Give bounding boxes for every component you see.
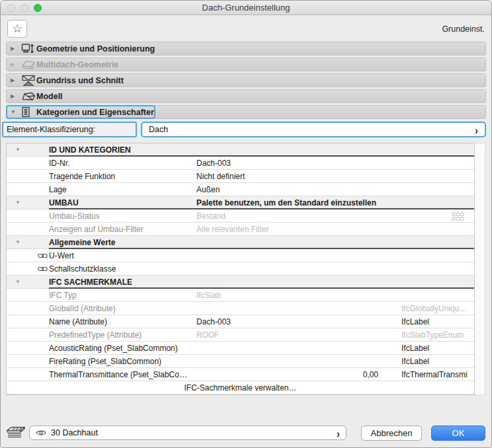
toolbar: ☆ Grundeinst.	[1, 15, 491, 42]
row-umbau-status[interactable]: Umbau-StatusBestand	[7, 209, 474, 223]
row-allgemeine-werte[interactable]: ▼Allgemeine Werte	[7, 236, 474, 249]
triangle-down-icon[interactable]: ▼	[11, 109, 17, 115]
zoom-button[interactable]	[34, 4, 42, 12]
ifc-type-label: IfcGloballyUniqu…	[401, 304, 467, 313]
manage-ifc-properties-button[interactable]: IFC-Sachmerkmale verwalten…	[184, 383, 296, 392]
row-name-attribute[interactable]: Name (Attribute)Dach-003IfcLabel	[7, 315, 474, 328]
row-umbau[interactable]: ▼UMBAUPalette benutzen, um den Standard …	[7, 196, 474, 209]
plan-section-icon	[21, 75, 36, 87]
property-value[interactable]: 0,00	[191, 370, 396, 379]
panel-header-geometrie-und-positionierung[interactable]: ▶Geometrie und Positionierung	[6, 42, 486, 56]
traffic-lights	[7, 4, 42, 12]
categories-icon	[21, 106, 36, 118]
panel-header-multidach-geometrie[interactable]: ▶Multidach-Geometrie	[6, 57, 486, 71]
triangle-right-icon[interactable]: ▶	[11, 93, 17, 99]
layer-dropdown[interactable]: 30 Dachhaut ›	[29, 426, 347, 440]
row-tragende-funktion[interactable]: Tragende FunktionNicht definiert	[7, 170, 474, 183]
property-label: Name (Attribute)	[49, 317, 191, 326]
property-value[interactable]: IfcSlab	[191, 291, 396, 300]
defaults-label: Grundeinst.	[442, 24, 485, 34]
property-label: Anzeigen auf Umbau-Filter	[49, 225, 191, 234]
element-classification-value-button[interactable]: Dach ›	[141, 122, 486, 137]
ifc-type-label: IfcLabel	[401, 317, 429, 326]
ifc-type-cell: IfcLabel	[396, 344, 474, 353]
element-classification-value: Dach	[149, 125, 168, 134]
property-value[interactable]: Dach-003	[191, 317, 396, 326]
property-label: FireRating (Pset_SlabCommon)	[49, 357, 191, 366]
row-u-wert[interactable]: U-Wert	[7, 249, 474, 262]
element-classification-label: Element-Klassifizierung:	[7, 125, 95, 134]
geometry-positioning-icon	[21, 43, 36, 55]
row-firerating-pset-slabcommon[interactable]: FireRating (Pset_SlabCommon)IfcLabel	[7, 355, 474, 368]
panel-header-kategorien-und-eigenschaften[interactable]: ▼Kategorien und Eigenschaften	[6, 105, 486, 119]
ifc-type-cell: IfcGloballyUniqu…	[396, 304, 474, 313]
eye-icon	[36, 429, 46, 436]
properties-table-wrap: ▼ID UND KATEGORIENID-Nr.Dach-003Tragende…	[6, 143, 491, 395]
property-label: U-Wert	[49, 251, 191, 260]
scrollbar-track[interactable]	[475, 143, 485, 395]
ifc-type-cell: IfcSlabTypeEnum	[396, 330, 474, 340]
panel-label: Grundriss und Schnitt	[36, 76, 124, 85]
property-label: ID-Nr.	[49, 159, 191, 168]
triangle-down-icon[interactable]: ▼	[7, 147, 33, 153]
property-value[interactable]: Dach-003	[191, 159, 396, 168]
property-value[interactable]: Außen	[191, 185, 396, 194]
property-label: GlobalId (Attribute)	[49, 304, 191, 313]
properties-table: ▼ID UND KATEGORIENID-Nr.Dach-003Tragende…	[6, 143, 475, 395]
model-icon	[21, 92, 36, 101]
favorites-button[interactable]: ☆	[7, 20, 27, 38]
row-ifc-typ[interactable]: IFC TypIfcSlab	[7, 289, 474, 302]
title-bar: Dach-Grundeinstellung	[1, 1, 491, 15]
panel-label: Multidach-Geometrie	[36, 60, 118, 69]
property-label: Lage	[49, 185, 191, 194]
ifc-type-cell: IfcLabel	[396, 317, 474, 326]
triangle-right-icon[interactable]: ▶	[11, 61, 17, 67]
multiroof-icon	[21, 59, 36, 70]
triangle-down-icon[interactable]: ▼	[7, 279, 33, 285]
minimize-button[interactable]	[20, 4, 28, 12]
row-predefinedtype-attribute[interactable]: PredefinedType (Attribute)ROOFIfcSlabTyp…	[7, 328, 474, 342]
ifc-type-label: IfcThermalTransmi	[401, 370, 468, 379]
property-label: AcousticRating (Pset_SlabCommon)	[49, 344, 191, 353]
row-anzeigen-auf-umbau-filter[interactable]: Anzeigen auf Umbau-FilterAlle relevanten…	[7, 223, 474, 236]
triangle-right-icon[interactable]: ▶	[11, 77, 17, 83]
row-acousticrating-pset-slabcommon[interactable]: AcousticRating (Pset_SlabCommon)IfcLabel	[7, 342, 474, 355]
property-value[interactable]: Alle relevanten Filter	[191, 225, 396, 234]
property-value[interactable]: Bestand	[191, 211, 396, 221]
roof-default-settings-dialog: Dach-Grundeinstellung ☆ Grundeinst. ▶Geo…	[0, 0, 492, 448]
ok-button[interactable]: OK	[431, 426, 485, 441]
row-globalid-attribute[interactable]: GlobalId (Attribute)IfcGloballyUniqu…	[7, 302, 474, 315]
row-id-und-kategorien[interactable]: ▼ID UND KATEGORIEN	[7, 143, 474, 157]
row-ifc-sachmerkmale-verwalten[interactable]: IFC-Sachmerkmale verwalten…	[7, 381, 474, 394]
close-button[interactable]	[7, 4, 15, 12]
panel-header-modell[interactable]: ▶Modell	[6, 89, 486, 103]
layer-value: 30 Dachhaut	[51, 428, 98, 437]
property-label: IFC SACHMERKMALE	[49, 278, 191, 287]
property-label: IFC Typ	[49, 291, 191, 300]
chevron-right-icon: ›	[475, 124, 478, 135]
panel-label: Modell	[36, 92, 63, 101]
row-id-nr[interactable]: ID-Nr.Dach-003	[7, 157, 474, 170]
settings-panels: ▶Geometrie und Positionierung▶Multidach-…	[1, 42, 491, 119]
triangle-down-icon[interactable]: ▼	[7, 200, 33, 205]
panel-header-grundriss-und-schnitt[interactable]: ▶Grundriss und Schnitt	[6, 73, 486, 87]
triangle-down-icon[interactable]: ▼	[7, 239, 33, 245]
row-ifc-sachmerkmale[interactable]: ▼IFC SACHMERKMALE	[7, 276, 474, 289]
triangle-right-icon[interactable]: ▶	[11, 46, 17, 52]
element-classification-label-box: Element-Klassifizierung:	[2, 122, 137, 137]
chevron-right-icon: ›	[337, 427, 340, 438]
layers-icon	[7, 426, 25, 439]
ifc-type-cell	[396, 211, 474, 221]
property-value[interactable]: ROOF	[191, 330, 396, 340]
ifc-type-cell: IfcThermalTransmi	[396, 370, 474, 379]
property-label: Schallschutzklasse	[49, 264, 191, 274]
row-lage[interactable]: LageAußen	[7, 183, 474, 196]
ifc-type-label: IfcLabel	[401, 344, 429, 353]
property-value[interactable]: Nicht definiert	[191, 172, 396, 181]
ifc-type-label: IfcSlabTypeEnum	[401, 330, 464, 340]
ifc-type-label: IfcLabel	[401, 357, 429, 366]
element-classification-row: Element-Klassifizierung: Dach ›	[2, 122, 486, 137]
row-schallschutzklasse[interactable]: Schallschutzklasse	[7, 262, 474, 276]
row-thermaltransmittance-pset-slabco[interactable]: ThermalTransmittance (Pset_SlabCo…0,00If…	[7, 368, 474, 381]
cancel-button[interactable]: Abbrechen	[361, 426, 422, 441]
